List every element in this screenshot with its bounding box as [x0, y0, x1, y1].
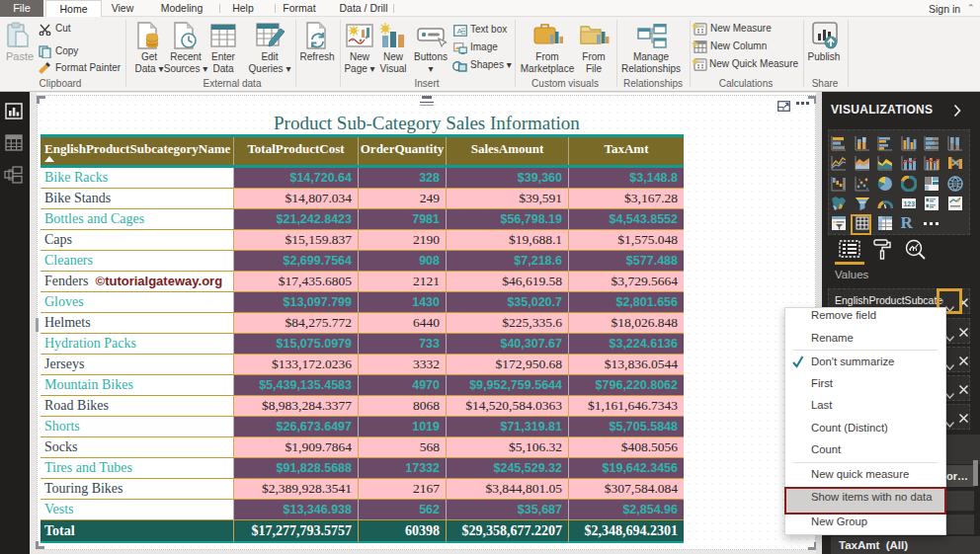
svg-text:123: 123 [903, 199, 915, 206]
